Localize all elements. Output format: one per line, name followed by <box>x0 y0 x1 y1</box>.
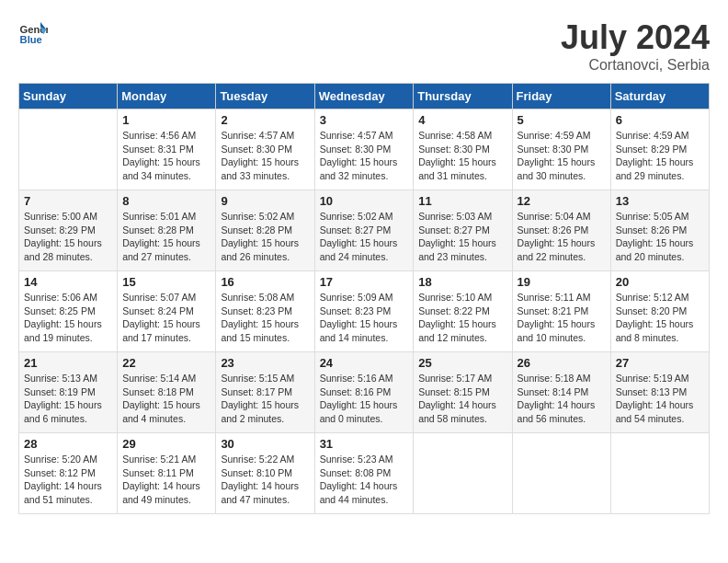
day-number: 27 <box>616 356 704 370</box>
calendar-cell: 7Sunrise: 5:00 AMSunset: 8:29 PMDaylight… <box>19 190 118 271</box>
day-info: Sunrise: 5:14 AMSunset: 8:18 PMDaylight:… <box>122 372 210 426</box>
day-number: 1 <box>122 113 210 127</box>
calendar-cell: 8Sunrise: 5:01 AMSunset: 8:28 PMDaylight… <box>118 190 216 271</box>
header-monday: Monday <box>118 84 216 109</box>
day-number: 23 <box>221 356 309 370</box>
calendar-cell: 12Sunrise: 5:04 AMSunset: 8:26 PMDayligh… <box>512 190 610 271</box>
week-row-4: 21Sunrise: 5:13 AMSunset: 8:19 PMDayligh… <box>19 352 710 433</box>
day-info: Sunrise: 5:02 AMSunset: 8:28 PMDaylight:… <box>221 210 309 264</box>
day-number: 2 <box>221 113 309 127</box>
calendar-cell: 5Sunrise: 4:59 AMSunset: 8:30 PMDaylight… <box>512 109 610 190</box>
day-number: 21 <box>24 356 112 370</box>
day-info: Sunrise: 4:57 AMSunset: 8:30 PMDaylight:… <box>320 129 409 183</box>
day-info: Sunrise: 5:05 AMSunset: 8:26 PMDaylight:… <box>616 210 704 264</box>
day-number: 4 <box>418 113 506 127</box>
calendar-cell <box>19 109 118 190</box>
day-info: Sunrise: 5:02 AMSunset: 8:27 PMDaylight:… <box>320 210 409 264</box>
day-info: Sunrise: 4:56 AMSunset: 8:31 PMDaylight:… <box>122 129 210 183</box>
day-number: 10 <box>320 194 409 208</box>
calendar-cell: 3Sunrise: 4:57 AMSunset: 8:30 PMDaylight… <box>314 109 414 190</box>
day-info: Sunrise: 5:23 AMSunset: 8:08 PMDaylight:… <box>320 453 409 507</box>
calendar-cell: 14Sunrise: 5:06 AMSunset: 8:25 PMDayligh… <box>19 271 118 352</box>
logo: General Blue <box>18 18 48 48</box>
header-friday: Friday <box>512 84 610 109</box>
location-title: Cortanovci, Serbia <box>561 57 710 74</box>
day-info: Sunrise: 5:03 AMSunset: 8:27 PMDaylight:… <box>418 210 506 264</box>
day-number: 29 <box>122 437 210 451</box>
day-number: 6 <box>616 113 704 127</box>
day-info: Sunrise: 5:13 AMSunset: 8:19 PMDaylight:… <box>24 372 112 426</box>
calendar-cell: 30Sunrise: 5:22 AMSunset: 8:10 PMDayligh… <box>216 433 314 514</box>
day-number: 20 <box>616 275 704 289</box>
calendar-cell <box>512 433 610 514</box>
calendar-header-row: SundayMondayTuesdayWednesdayThursdayFrid… <box>19 84 710 109</box>
day-number: 16 <box>221 275 309 289</box>
calendar-cell: 23Sunrise: 5:15 AMSunset: 8:17 PMDayligh… <box>216 352 314 433</box>
day-info: Sunrise: 5:07 AMSunset: 8:24 PMDaylight:… <box>122 291 210 345</box>
header-wednesday: Wednesday <box>314 84 414 109</box>
calendar-cell: 28Sunrise: 5:20 AMSunset: 8:12 PMDayligh… <box>19 433 118 514</box>
calendar-cell: 18Sunrise: 5:10 AMSunset: 8:22 PMDayligh… <box>414 271 512 352</box>
day-number: 5 <box>518 113 606 127</box>
title-area: July 2024 Cortanovci, Serbia <box>561 18 710 74</box>
day-number: 26 <box>518 356 606 370</box>
day-number: 22 <box>122 356 210 370</box>
logo-icon: General Blue <box>18 18 48 48</box>
day-info: Sunrise: 5:01 AMSunset: 8:28 PMDaylight:… <box>122 210 210 264</box>
day-number: 25 <box>418 356 506 370</box>
day-info: Sunrise: 5:11 AMSunset: 8:21 PMDaylight:… <box>518 291 606 345</box>
day-info: Sunrise: 5:17 AMSunset: 8:15 PMDaylight:… <box>418 372 506 426</box>
day-info: Sunrise: 5:21 AMSunset: 8:11 PMDaylight:… <box>122 453 210 507</box>
calendar-cell: 9Sunrise: 5:02 AMSunset: 8:28 PMDaylight… <box>216 190 314 271</box>
day-number: 31 <box>320 437 409 451</box>
day-number: 12 <box>518 194 606 208</box>
calendar-cell <box>610 433 709 514</box>
day-number: 18 <box>418 275 506 289</box>
calendar-cell <box>414 433 512 514</box>
calendar-cell: 26Sunrise: 5:18 AMSunset: 8:14 PMDayligh… <box>512 352 610 433</box>
calendar-cell: 21Sunrise: 5:13 AMSunset: 8:19 PMDayligh… <box>19 352 118 433</box>
day-info: Sunrise: 5:12 AMSunset: 8:20 PMDaylight:… <box>616 291 704 345</box>
calendar-cell: 4Sunrise: 4:58 AMSunset: 8:30 PMDaylight… <box>414 109 512 190</box>
day-info: Sunrise: 5:09 AMSunset: 8:23 PMDaylight:… <box>320 291 409 345</box>
day-info: Sunrise: 5:16 AMSunset: 8:16 PMDaylight:… <box>320 372 409 426</box>
calendar-cell: 13Sunrise: 5:05 AMSunset: 8:26 PMDayligh… <box>610 190 709 271</box>
calendar-cell: 25Sunrise: 5:17 AMSunset: 8:15 PMDayligh… <box>414 352 512 433</box>
svg-text:Blue: Blue <box>20 34 42 45</box>
day-info: Sunrise: 4:59 AMSunset: 8:29 PMDaylight:… <box>616 129 704 183</box>
day-number: 3 <box>320 113 409 127</box>
day-info: Sunrise: 5:06 AMSunset: 8:25 PMDaylight:… <box>24 291 112 345</box>
day-info: Sunrise: 5:18 AMSunset: 8:14 PMDaylight:… <box>518 372 606 426</box>
calendar: SundayMondayTuesdayWednesdayThursdayFrid… <box>18 83 710 514</box>
calendar-cell: 10Sunrise: 5:02 AMSunset: 8:27 PMDayligh… <box>314 190 414 271</box>
calendar-cell: 31Sunrise: 5:23 AMSunset: 8:08 PMDayligh… <box>314 433 414 514</box>
calendar-cell: 20Sunrise: 5:12 AMSunset: 8:20 PMDayligh… <box>610 271 709 352</box>
calendar-cell: 16Sunrise: 5:08 AMSunset: 8:23 PMDayligh… <box>216 271 314 352</box>
header: General Blue July 2024 Cortanovci, Serbi… <box>18 18 710 74</box>
calendar-cell: 27Sunrise: 5:19 AMSunset: 8:13 PMDayligh… <box>610 352 709 433</box>
day-info: Sunrise: 5:15 AMSunset: 8:17 PMDaylight:… <box>221 372 309 426</box>
calendar-cell: 15Sunrise: 5:07 AMSunset: 8:24 PMDayligh… <box>118 271 216 352</box>
day-number: 14 <box>24 275 112 289</box>
day-info: Sunrise: 5:20 AMSunset: 8:12 PMDaylight:… <box>24 453 112 507</box>
week-row-1: 1Sunrise: 4:56 AMSunset: 8:31 PMDaylight… <box>19 109 710 190</box>
calendar-cell: 17Sunrise: 5:09 AMSunset: 8:23 PMDayligh… <box>314 271 414 352</box>
calendar-cell: 22Sunrise: 5:14 AMSunset: 8:18 PMDayligh… <box>118 352 216 433</box>
day-number: 15 <box>122 275 210 289</box>
calendar-cell: 1Sunrise: 4:56 AMSunset: 8:31 PMDaylight… <box>118 109 216 190</box>
calendar-cell: 11Sunrise: 5:03 AMSunset: 8:27 PMDayligh… <box>414 190 512 271</box>
calendar-cell: 6Sunrise: 4:59 AMSunset: 8:29 PMDaylight… <box>610 109 709 190</box>
day-info: Sunrise: 5:00 AMSunset: 8:29 PMDaylight:… <box>24 210 112 264</box>
week-row-2: 7Sunrise: 5:00 AMSunset: 8:29 PMDaylight… <box>19 190 710 271</box>
header-thursday: Thursday <box>414 84 512 109</box>
day-info: Sunrise: 4:58 AMSunset: 8:30 PMDaylight:… <box>418 129 506 183</box>
header-tuesday: Tuesday <box>216 84 314 109</box>
day-number: 28 <box>24 437 112 451</box>
header-sunday: Sunday <box>19 84 118 109</box>
header-saturday: Saturday <box>610 84 709 109</box>
calendar-cell: 2Sunrise: 4:57 AMSunset: 8:30 PMDaylight… <box>216 109 314 190</box>
day-number: 9 <box>221 194 309 208</box>
day-info: Sunrise: 5:04 AMSunset: 8:26 PMDaylight:… <box>518 210 606 264</box>
day-info: Sunrise: 5:19 AMSunset: 8:13 PMDaylight:… <box>616 372 704 426</box>
day-number: 24 <box>320 356 409 370</box>
